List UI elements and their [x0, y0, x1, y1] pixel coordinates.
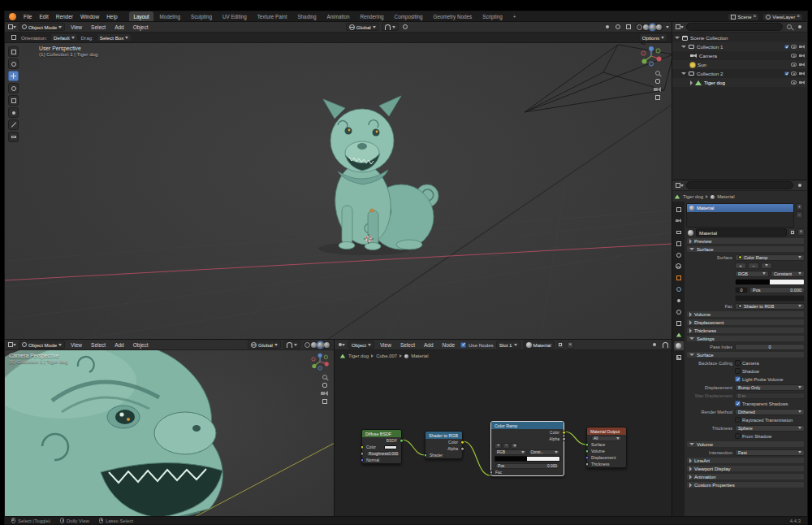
editor-type-icon[interactable] — [8, 341, 16, 349]
pan-hand-icon[interactable] — [322, 383, 327, 388]
menu-view[interactable]: View — [67, 22, 85, 33]
fake-user-button[interactable] — [788, 228, 796, 236]
shading-options-caret[interactable] — [666, 26, 669, 28]
tiger-dog-head-closeup[interactable] — [5, 350, 222, 517]
menu-file[interactable]: File — [20, 11, 35, 22]
properties-options-icon[interactable] — [796, 181, 804, 189]
raytraced-transmission-checkbox[interactable] — [735, 417, 741, 423]
ramp-add-stop-button[interactable]: + — [735, 262, 746, 269]
shading-material-icon[interactable] — [317, 342, 323, 348]
exclude-checkbox[interactable] — [784, 45, 789, 50]
camera-view-icon[interactable] — [654, 87, 661, 92]
socket-fac-input[interactable] — [490, 471, 494, 475]
orientation-dropdown[interactable]: Default — [50, 33, 78, 41]
expand-icon[interactable] — [690, 80, 693, 85]
hide-eye-icon[interactable] — [791, 54, 797, 58]
breadcrumb-object[interactable]: Tiger dog — [683, 194, 703, 199]
viewport-canvas[interactable]: User Perspective (1) Collection 1 | Tige… — [5, 43, 672, 340]
ramp-stop-index-field[interactable]: 0 — [735, 287, 748, 293]
proportional-editing-icon[interactable] — [401, 23, 409, 31]
slot-dropdown[interactable]: Slot 1 — [496, 341, 520, 349]
workspace-tab-sculpting[interactable]: Sculpting — [186, 11, 217, 22]
fake-user-button[interactable] — [557, 341, 564, 349]
socket-color-input[interactable] — [361, 445, 365, 449]
outliner-row-camera[interactable]: Camera — [672, 51, 807, 60]
shading-solid-icon[interactable] — [643, 24, 649, 30]
menu-node[interactable]: Node — [439, 340, 459, 350]
socket-shader-input[interactable] — [424, 453, 428, 458]
unlink-material-button[interactable]: × — [567, 341, 574, 349]
node-header[interactable]: Diffuse BSDF — [362, 430, 401, 437]
menu-window[interactable]: Window — [77, 11, 102, 22]
editor-type-icon[interactable] — [676, 181, 684, 189]
node-header[interactable]: Color Ramp — [491, 422, 564, 429]
tab-view-layer-icon[interactable] — [674, 239, 684, 248]
unlink-material-button[interactable]: × — [797, 228, 805, 236]
ramp-color-mode-dropdown[interactable]: RGB — [495, 449, 527, 455]
options-button[interactable]: Options — [639, 33, 667, 41]
mode-dropdown[interactable]: Object Mode — [19, 23, 65, 31]
material-slot-list[interactable]: Material — [686, 203, 794, 228]
transform-orientation-dropdown[interactable]: Global — [346, 23, 379, 31]
tool-rotate[interactable] — [8, 83, 19, 93]
hide-eye-icon[interactable] — [791, 72, 797, 76]
breadcrumb-material[interactable]: Material — [717, 194, 734, 199]
socket-roughness-input[interactable] — [361, 452, 365, 456]
gizmo-y-axis[interactable] — [642, 59, 647, 64]
workspace-tab-scripting[interactable]: Scripting — [477, 11, 508, 22]
tool-cursor[interactable] — [8, 59, 19, 69]
render-method-dropdown[interactable]: Dithered — [735, 409, 805, 415]
socket-color-output[interactable] — [562, 431, 566, 435]
ramp-color-mode-dropdown[interactable]: RGB — [735, 271, 769, 277]
ramp-add-stop-button[interactable]: + — [495, 443, 502, 449]
shading-wireframe-icon[interactable] — [304, 342, 310, 348]
panel-lineart[interactable]: LineArt — [686, 457, 805, 464]
workspace-tab-modeling[interactable]: Modeling — [154, 11, 185, 22]
color-ramp-gradient[interactable] — [495, 456, 560, 462]
blender-logo-icon[interactable] — [9, 13, 16, 20]
panel-thickness[interactable]: Thickness — [686, 327, 805, 334]
panel-animation[interactable]: Animation — [686, 473, 805, 480]
add-slot-button[interactable]: + — [796, 203, 803, 210]
panel-preview[interactable]: Preview — [686, 237, 805, 245]
disable-render-icon[interactable] — [799, 54, 805, 58]
outliner-row-scene-collection[interactable]: Scene Collection — [672, 33, 807, 42]
panel-custom-properties[interactable]: Custom Properties — [686, 481, 805, 488]
pan-hand-icon[interactable] — [655, 79, 660, 84]
gizmo-x-axis[interactable] — [657, 57, 662, 62]
socket-displacement-input[interactable] — [585, 456, 590, 460]
ramp-stop-color-swatch[interactable] — [735, 295, 805, 302]
menu-add[interactable]: Add — [421, 340, 437, 350]
socket-alpha-output[interactable] — [460, 447, 464, 451]
outliner-options-icon[interactable] — [796, 23, 804, 31]
tool-annotate[interactable] — [8, 119, 19, 130]
output-target-dropdown[interactable]: All — [591, 436, 622, 441]
mode-dropdown[interactable]: Object Mode — [19, 341, 65, 349]
overlays-icon[interactable] — [614, 23, 622, 31]
remove-slot-button[interactable]: − — [796, 211, 803, 219]
ramp-specials-button[interactable] — [761, 262, 772, 269]
menu-render[interactable]: Render — [53, 11, 76, 22]
tab-texture-icon[interactable] — [674, 353, 684, 362]
node-shader-to-rgb[interactable]: Shader to RGB Color Alpha Shader — [425, 431, 463, 459]
workspace-tab-geometry-nodes[interactable]: Geometry Nodes — [429, 11, 477, 22]
editor-type-icon[interactable] — [8, 23, 16, 31]
outliner-search-input[interactable] — [686, 23, 783, 31]
shading-rendered-icon[interactable] — [656, 24, 662, 30]
tab-output-icon[interactable] — [674, 228, 684, 236]
tab-modifiers-icon[interactable] — [674, 284, 684, 293]
menu-edit[interactable]: Edit — [36, 11, 51, 22]
snap-dropdown[interactable] — [283, 341, 300, 349]
shader-type-dropdown[interactable]: Object — [348, 341, 374, 349]
outliner-row-tiger-dog[interactable]: Tiger dog — [672, 78, 807, 87]
tiger-dog-model[interactable] — [318, 96, 438, 255]
displacement-dropdown[interactable]: Bump Only — [735, 384, 805, 391]
node-material-output[interactable]: Material Output All Surface Volume Displ… — [586, 427, 627, 468]
socket-color-output[interactable] — [460, 440, 464, 445]
tab-physics-icon[interactable] — [674, 307, 684, 316]
intersection-dropdown[interactable]: Fast — [735, 449, 805, 456]
menu-view[interactable]: View — [377, 340, 395, 350]
tab-material-icon[interactable] — [674, 341, 684, 350]
node-header[interactable]: Material Output — [587, 427, 626, 435]
node-header[interactable]: Shader to RGB — [425, 432, 462, 439]
